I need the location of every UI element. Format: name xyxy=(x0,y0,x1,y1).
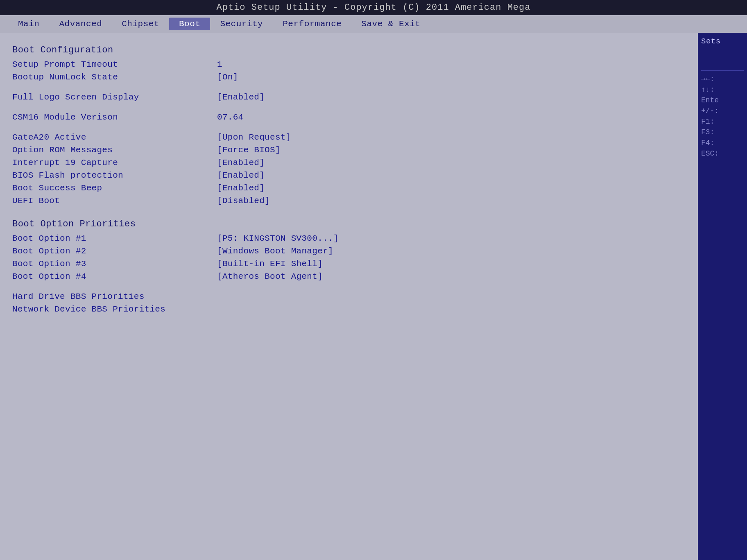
config-value[interactable]: 1 xyxy=(217,60,222,69)
config-label: GateA20 Active xyxy=(12,133,217,142)
config-value[interactable]: [Force BIOS] xyxy=(217,145,281,155)
config-label: Interrupt 19 Capture xyxy=(12,158,217,167)
config-row[interactable]: BIOS Flash protection[Enabled] xyxy=(12,169,686,181)
config-label: Boot Option #1 xyxy=(12,234,217,243)
config-label: CSM16 Module Verison xyxy=(12,113,217,122)
config-row: Network Device BBS Priorities xyxy=(12,303,686,315)
config-row[interactable]: Boot Option #2[Windows Boot Manager] xyxy=(12,245,686,257)
nav-item-boot[interactable]: Boot xyxy=(169,18,210,30)
nav-item-save-and-exit[interactable]: Save & Exit xyxy=(351,18,430,30)
sidebar-key: F3: xyxy=(701,128,744,136)
config-label: Boot Option #2 xyxy=(12,246,217,256)
config-row[interactable]: Setup Prompt Timeout1 xyxy=(12,59,686,70)
spacer xyxy=(12,283,686,291)
spacer xyxy=(12,104,686,111)
sidebar-key: ESC: xyxy=(701,149,744,158)
config-value[interactable]: [Disabled] xyxy=(217,196,270,205)
config-row[interactable]: Option ROM Messages[Force BIOS] xyxy=(12,144,686,156)
config-value[interactable]: [Enabled] xyxy=(217,171,265,180)
config-value[interactable]: [Enabled] xyxy=(217,183,265,193)
config-label: Network Device BBS Priorities xyxy=(12,305,217,314)
config-label: Boot Option #4 xyxy=(12,272,217,281)
section-header: Boot Option Priorities xyxy=(12,219,686,229)
config-value[interactable]: [Upon Request] xyxy=(217,133,291,142)
spacer xyxy=(12,124,686,131)
config-row[interactable]: Interrupt 19 Capture[Enabled] xyxy=(12,157,686,169)
config-row[interactable]: CSM16 Module Verison07.64 xyxy=(12,111,686,123)
config-value[interactable]: [Built-in EFI Shell] xyxy=(217,259,323,269)
config-value[interactable]: [Windows Boot Manager] xyxy=(217,246,333,256)
config-row[interactable]: Bootup NumLock State[On] xyxy=(12,71,686,83)
title-text: Aptio Setup Utility - Copyright (C) 2011… xyxy=(217,2,531,13)
config-label: BIOS Flash protection xyxy=(12,171,217,180)
section-header: Boot Configuration xyxy=(12,45,686,55)
nav-item-main[interactable]: Main xyxy=(8,18,49,30)
sidebar-key: Ente xyxy=(701,96,744,104)
config-row[interactable]: UEFI Boot[Disabled] xyxy=(12,195,686,207)
config-value[interactable]: [Enabled] xyxy=(217,93,265,102)
nav-item-performance[interactable]: Performance xyxy=(273,18,351,30)
sidebar-title: Sets xyxy=(701,37,744,46)
config-value[interactable]: [On] xyxy=(217,72,238,82)
config-row[interactable]: GateA20 Active[Upon Request] xyxy=(12,131,686,143)
config-label: Hard Drive BBS Priorities xyxy=(12,292,217,301)
config-row: Hard Drive BBS Priorities xyxy=(12,291,686,303)
config-value[interactable]: 07.64 xyxy=(217,113,244,122)
config-row[interactable]: Boot Success Beep[Enabled] xyxy=(12,182,686,194)
nav-item-chipset[interactable]: Chipset xyxy=(112,18,169,30)
sidebar: Sets →←:↑↓:Ente+/-:F1:F3:F4:ESC: xyxy=(698,33,747,560)
sidebar-key: F1: xyxy=(701,117,744,126)
config-label: Boot Success Beep xyxy=(12,183,217,193)
config-label: Setup Prompt Timeout xyxy=(12,60,217,69)
config-label: Option ROM Messages xyxy=(12,145,217,155)
sidebar-key: →←: xyxy=(701,75,744,83)
sidebar-key: +/-: xyxy=(701,107,744,115)
nav-bar: MainAdvancedChipsetBootSecurityPerforman… xyxy=(0,15,747,33)
title-bar: Aptio Setup Utility - Copyright (C) 2011… xyxy=(0,0,747,15)
config-value[interactable]: [Enabled] xyxy=(217,158,265,167)
nav-item-advanced[interactable]: Advanced xyxy=(49,18,112,30)
config-row[interactable]: Boot Option #3[Built-in EFI Shell] xyxy=(12,258,686,270)
config-label: UEFI Boot xyxy=(12,196,217,205)
config-value[interactable]: [P5: KINGSTON SV300...] xyxy=(217,234,339,243)
config-label: Boot Option #3 xyxy=(12,259,217,269)
spacer xyxy=(12,84,686,91)
config-label: Bootup NumLock State xyxy=(12,72,217,82)
config-row[interactable]: Full Logo Screen Display[Enabled] xyxy=(12,91,686,103)
nav-item-security[interactable]: Security xyxy=(210,18,273,30)
spacer xyxy=(12,208,686,215)
config-value[interactable]: [Atheros Boot Agent] xyxy=(217,272,323,281)
content-area: Boot ConfigurationSetup Prompt Timeout1B… xyxy=(0,33,698,560)
sidebar-key: ↑↓: xyxy=(701,86,744,94)
config-row[interactable]: Boot Option #4[Atheros Boot Agent] xyxy=(12,271,686,282)
sidebar-key: F4: xyxy=(701,139,744,147)
config-row[interactable]: Boot Option #1[P5: KINGSTON SV300...] xyxy=(12,233,686,244)
config-label: Full Logo Screen Display xyxy=(12,93,217,102)
